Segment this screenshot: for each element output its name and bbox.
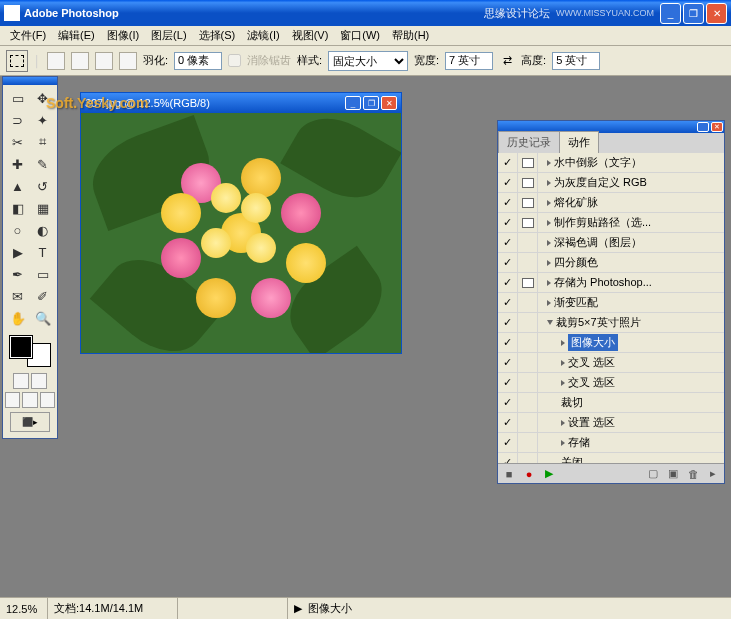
action-row[interactable]: ✓交叉 选区 [498,373,724,393]
status-tri-icon[interactable]: ▶ [294,602,302,615]
document-titlebar[interactable]: Soft.Yesky.com 307.jpg @ 12.5%(RGB/8) _ … [81,93,401,113]
selection-subtract-icon[interactable] [95,52,113,70]
action-toggle-checkbox[interactable]: ✓ [498,153,518,172]
action-row[interactable]: ✓为灰度自定义 RGB [498,173,724,193]
menu-edit[interactable]: 编辑(E) [52,26,101,45]
disclosure-triangle-icon[interactable] [547,260,551,266]
menu-select[interactable]: 选择(S) [193,26,242,45]
action-toggle-checkbox[interactable]: ✓ [498,353,518,372]
height-input[interactable] [552,52,600,70]
action-dialog-toggle[interactable] [518,313,538,332]
disclosure-triangle-icon[interactable] [561,420,565,426]
doc-maximize-button[interactable]: ❐ [363,96,379,110]
action-row[interactable]: ✓存储 [498,433,724,453]
disclosure-triangle-icon[interactable] [547,160,551,166]
screen-full-menu-icon[interactable] [22,392,37,408]
action-dialog-toggle[interactable] [518,153,538,172]
zoom-level[interactable]: 12.5% [0,598,48,619]
document-canvas[interactable] [81,113,401,353]
menu-layer[interactable]: 图层(L) [145,26,192,45]
action-dialog-toggle[interactable] [518,373,538,392]
width-input[interactable] [445,52,493,70]
disclosure-triangle-icon[interactable] [547,320,553,325]
tab-actions[interactable]: 动作 [559,131,599,153]
gradient-tool[interactable]: ▦ [30,197,55,219]
panel-menu-icon[interactable]: ▸ [706,467,720,481]
notes-tool[interactable]: ✉ [5,285,30,307]
stop-icon[interactable]: ■ [502,467,516,481]
type-tool[interactable]: T [30,241,55,263]
action-toggle-checkbox[interactable]: ✓ [498,393,518,412]
standard-mode-icon[interactable] [13,373,29,389]
action-row[interactable]: ✓渐变匹配 [498,293,724,313]
heal-tool[interactable]: ✚ [5,153,30,175]
doc-close-button[interactable]: ✕ [381,96,397,110]
action-row[interactable]: ✓裁切 [498,393,724,413]
selection-intersect-icon[interactable] [119,52,137,70]
disclosure-triangle-icon[interactable] [561,440,565,446]
action-dialog-toggle[interactable] [518,413,538,432]
action-toggle-checkbox[interactable]: ✓ [498,213,518,232]
screen-standard-icon[interactable] [5,392,20,408]
lasso-tool[interactable]: ⊃ [5,109,30,131]
action-dialog-toggle[interactable] [518,173,538,192]
action-dialog-toggle[interactable] [518,253,538,272]
action-row[interactable]: ✓四分颜色 [498,253,724,273]
action-toggle-checkbox[interactable]: ✓ [498,193,518,212]
action-toggle-checkbox[interactable]: ✓ [498,293,518,312]
new-action-icon[interactable]: ▣ [666,467,680,481]
jump-to-button[interactable]: ⬛▸ [10,412,50,432]
action-row[interactable]: ✓交叉 选区 [498,353,724,373]
menu-filter[interactable]: 滤镜(I) [241,26,285,45]
selection-new-icon[interactable] [47,52,65,70]
selection-add-icon[interactable] [71,52,89,70]
crop-tool[interactable]: ✂ [5,131,30,153]
disclosure-triangle-icon[interactable] [547,300,551,306]
action-toggle-checkbox[interactable]: ✓ [498,253,518,272]
brush-tool[interactable]: ✎ [30,153,55,175]
quickmask-mode-icon[interactable] [31,373,47,389]
action-toggle-checkbox[interactable]: ✓ [498,413,518,432]
style-select[interactable]: 固定大小 [328,51,408,71]
shape-tool[interactable]: ▭ [30,263,55,285]
action-dialog-toggle[interactable] [518,193,538,212]
disclosure-triangle-icon[interactable] [547,200,551,206]
disclosure-triangle-icon[interactable] [547,180,551,186]
slice-tool[interactable]: ⌗ [30,131,55,153]
marquee-tool[interactable]: ▭ [5,87,30,109]
action-row[interactable]: ✓关闭 [498,453,724,463]
action-toggle-checkbox[interactable]: ✓ [498,373,518,392]
disclosure-triangle-icon[interactable] [547,220,551,226]
action-toggle-checkbox[interactable]: ✓ [498,333,518,352]
swap-wh-icon[interactable]: ⇄ [499,53,515,69]
action-toggle-checkbox[interactable]: ✓ [498,313,518,332]
action-row[interactable]: ✓熔化矿脉 [498,193,724,213]
pen-tool[interactable]: ✒ [5,263,30,285]
action-dialog-toggle[interactable] [518,453,538,463]
menu-file[interactable]: 文件(F) [4,26,52,45]
panel-minimize-button[interactable]: _ [697,122,709,132]
action-row[interactable]: ✓制作剪贴路径（选... [498,213,724,233]
action-dialog-toggle[interactable] [518,353,538,372]
history-brush-tool[interactable]: ↺ [30,175,55,197]
feather-input[interactable] [174,52,222,70]
eraser-tool[interactable]: ◧ [5,197,30,219]
menu-help[interactable]: 帮助(H) [386,26,435,45]
doc-size[interactable]: 文档:14.1M/14.1M [48,598,178,619]
panel-close-button[interactable]: ✕ [711,122,723,132]
action-row[interactable]: ✓存储为 Photoshop... [498,273,724,293]
action-toggle-checkbox[interactable]: ✓ [498,433,518,452]
action-toggle-checkbox[interactable]: ✓ [498,233,518,252]
action-row[interactable]: ✓图像大小 [498,333,724,353]
action-toggle-checkbox[interactable]: ✓ [498,173,518,192]
action-row[interactable]: ✓裁剪5×7英寸照片 [498,313,724,333]
action-dialog-toggle[interactable] [518,333,538,352]
record-icon[interactable]: ● [522,467,536,481]
action-row[interactable]: ✓深褐色调（图层） [498,233,724,253]
hand-tool[interactable]: ✋ [5,307,30,329]
new-set-icon[interactable]: ▢ [646,467,660,481]
disclosure-triangle-icon[interactable] [547,280,551,286]
action-dialog-toggle[interactable] [518,233,538,252]
action-dialog-toggle[interactable] [518,213,538,232]
disclosure-triangle-icon[interactable] [561,380,565,386]
